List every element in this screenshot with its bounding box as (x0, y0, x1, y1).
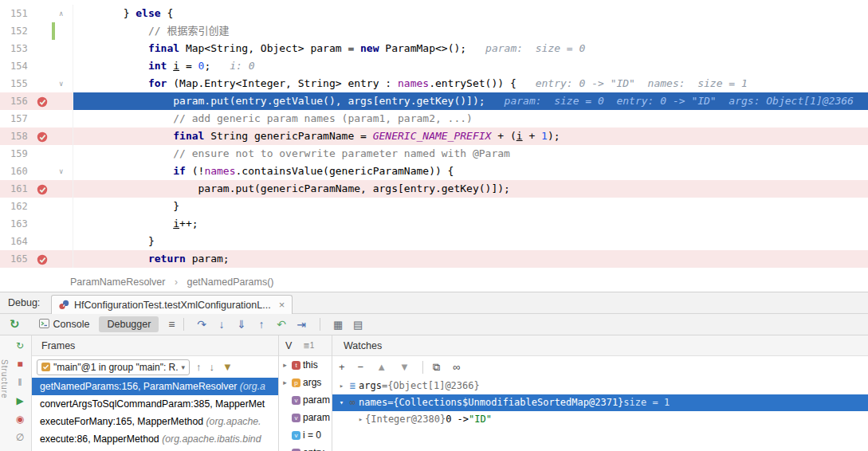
code-line-160[interactable]: 160∨ if (!names.containsValue(genericPar… (0, 163, 868, 180)
tab-debugger[interactable]: Debugger (99, 316, 159, 332)
watch-row[interactable]: ▸{Integer@2380} 0 -> "ID" (332, 411, 868, 428)
variables-view-icon[interactable]: ≣1 (303, 335, 314, 356)
watch-value: {Collections$UnmodifiableSortedMap@2371} (393, 394, 623, 411)
previous-frame-icon[interactable]: ↑ (196, 361, 202, 373)
code-line-161[interactable]: 161 param.put(genericParamName, args[ent… (0, 180, 868, 198)
next-frame-icon[interactable]: ↓ (210, 361, 215, 373)
code-editor[interactable]: 151∧ } else {152 // 根据索引创建153 final Map<… (0, 0, 868, 273)
breadcrumb-method[interactable]: getNamedParams() (187, 276, 273, 288)
code-text: } (73, 198, 868, 215)
code-text: final String genericParamName = GENERIC_… (73, 127, 868, 145)
code-line-156[interactable]: 156 param.put(entry.getValue(), args[ent… (0, 92, 868, 110)
code-line-153[interactable]: 153 final Map<String, Object> param = ne… (0, 40, 868, 57)
expand-chevron-icon[interactable]: ▾ (337, 394, 346, 411)
fold-marker-icon[interactable]: ∨ (59, 75, 63, 92)
inline-debugger-hint: param: size = 0 entry: 0 -> "ID" args: O… (505, 95, 854, 107)
console-icon (39, 319, 49, 331)
stack-frame-row[interactable]: getNamedParams:156, ParamNameResolver (o… (32, 378, 278, 395)
tab-console-label: Console (53, 319, 90, 330)
expand-chevron-icon[interactable]: ▸ (337, 378, 346, 394)
code-line-158[interactable]: 158 final String genericParamName = GENE… (0, 127, 868, 145)
breakpoint-icon[interactable] (37, 96, 48, 107)
code-line-152[interactable]: 152 // 根据索引创建 (0, 22, 868, 40)
layout-grid-icon[interactable]: ▦ (328, 319, 348, 331)
variable-row[interactable]: ▸tthis (279, 356, 332, 374)
breakpoint-icon[interactable] (37, 183, 48, 194)
mute-breakpoints-icon[interactable]: ∅ (10, 429, 30, 447)
fold-marker-icon[interactable]: ∨ (59, 163, 63, 180)
watch-value: {Object[1]@2366} (387, 378, 480, 394)
thread-selector[interactable]: "main"@1 in group "main": R... ▾ (37, 359, 190, 375)
gutter: 159 (0, 145, 73, 163)
watch-row[interactable]: ▾∞names = {Collections$UnmodifiableSorte… (332, 394, 868, 411)
tab-console[interactable]: Console (31, 316, 98, 333)
fold-marker-icon[interactable]: ∧ (59, 5, 63, 22)
remove-watch-icon[interactable]: − (358, 361, 364, 373)
expand-chevron-icon[interactable]: ▸ (356, 411, 365, 428)
code-line-164[interactable]: 164 } (0, 233, 868, 250)
watches-list: ▸≣args = {Object[1]@2366}▾∞names = {Coll… (332, 378, 868, 428)
stack-frame-row[interactable]: executeForMany:165, MapperMethod (org.ap… (32, 413, 278, 430)
code-line-162[interactable]: 162 } (0, 198, 868, 215)
breakpoint-icon[interactable] (37, 131, 48, 142)
breadcrumb: ParamNameResolver › getNamedParams() (0, 273, 868, 292)
breadcrumb-class[interactable]: ParamNameResolver (70, 276, 165, 288)
step-into-icon[interactable]: ↓ (212, 318, 232, 331)
code-line-163[interactable]: 163 i++; (0, 215, 868, 233)
line-number: 164 (10, 233, 28, 250)
move-watch-down-icon[interactable]: ▼ (399, 361, 410, 373)
code-line-155[interactable]: 155∨ for (Map.Entry<Integer, String> ent… (0, 75, 868, 92)
expand-chevron-icon[interactable]: ▸ (281, 361, 289, 369)
variable-row[interactable]: vi = 0 (279, 426, 332, 444)
line-number: 152 (10, 22, 28, 40)
variable-row[interactable]: ▸ventry (279, 444, 332, 451)
threads-view-icon[interactable]: ▤ (348, 319, 368, 331)
menu-icon[interactable]: ≡ (168, 318, 175, 331)
run-to-cursor-icon[interactable]: ⇥ (292, 318, 312, 331)
rerun-debug-icon[interactable]: ↻ (10, 337, 30, 355)
code-line-151[interactable]: 151∧ } else { (0, 5, 868, 22)
move-watch-up-icon[interactable]: ▲ (376, 361, 387, 373)
gutter: 162 (0, 198, 73, 215)
variable-name: param (303, 394, 330, 406)
view-breakpoints-icon[interactable]: ◉ (10, 410, 30, 429)
close-icon[interactable]: × (279, 299, 285, 311)
show-watches-icon[interactable]: ∞ (453, 361, 460, 373)
step-out-icon[interactable]: ↑ (252, 318, 272, 331)
breakpoint-icon[interactable] (37, 253, 48, 265)
stop-icon[interactable]: ■ (10, 355, 30, 374)
stack-frame-row[interactable]: convertArgsToSqlCommandParam:385, Mapper… (32, 395, 278, 413)
watch-row[interactable]: ▸≣args = {Object[1]@2366} (332, 378, 868, 394)
copy-icon[interactable]: ⧉ (433, 361, 440, 374)
step-over-icon[interactable]: ↷ (192, 318, 212, 331)
variable-type-icon: v (292, 431, 300, 440)
force-step-into-icon[interactable]: ⇓ (232, 318, 252, 331)
code-line-165[interactable]: 165 return param; (0, 250, 868, 268)
pause-icon[interactable]: ‖ (10, 374, 30, 392)
code-line-154[interactable]: 154 int i = 0;i: 0 (0, 57, 868, 75)
variable-row[interactable]: vparam (279, 391, 332, 409)
rerun-icon[interactable]: ↻ (10, 317, 20, 331)
debug-toolwindow-header: Debug: HfConfigurationTest.testXmlConfig… (0, 292, 868, 314)
resume-icon[interactable]: ▶ (10, 392, 30, 410)
line-number: 163 (10, 215, 28, 233)
add-watch-icon[interactable]: + (339, 361, 345, 373)
code-text: // add generic param names (param1, para… (73, 110, 868, 127)
code-line-157[interactable]: 157 // add generic param names (param1, … (0, 110, 868, 127)
frames-header: Frames (32, 335, 278, 356)
frame-nav-icons: ↑↓▼ (196, 361, 233, 373)
gutter: 151∧ (0, 5, 73, 22)
variable-row[interactable]: vparam (279, 409, 332, 426)
variables-header: V (285, 335, 292, 356)
variable-name: param (303, 412, 330, 423)
view-icons: ▦▤ (328, 317, 368, 331)
code-line-159[interactable]: 159 // ensure not to overwrite parameter… (0, 145, 868, 163)
structure-stripe-label[interactable]: Structure (0, 359, 10, 399)
drop-frame-icon[interactable]: ↶ (272, 318, 292, 331)
hide-frames-filter-icon[interactable]: ▼ (222, 361, 233, 373)
debug-session-tab[interactable]: HfConfigurationTest.testXmlConfiguration… (51, 295, 293, 314)
line-number: 154 (10, 57, 28, 75)
expand-chevron-icon[interactable]: ▸ (281, 378, 289, 386)
stack-frame-row[interactable]: execute:86, MapperMethod (org.apache.iba… (32, 430, 278, 448)
variable-row[interactable]: ▸pargs (279, 374, 332, 391)
